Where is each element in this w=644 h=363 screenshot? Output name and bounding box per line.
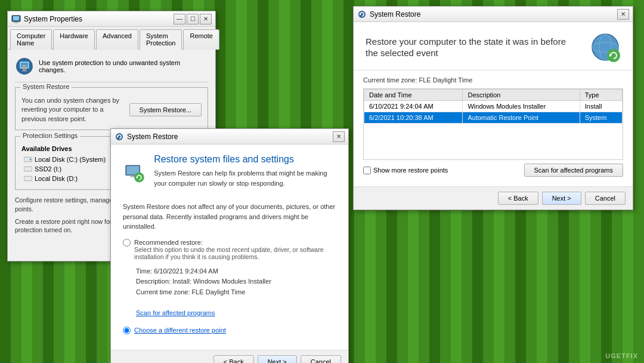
restore-second-icon — [357, 10, 367, 19]
restore-small-content: Restore system files and settings System… — [111, 144, 348, 350]
restore-second-close[interactable]: ✕ — [617, 9, 629, 20]
restore-desc1: System Restore can help fix problems tha… — [154, 168, 336, 188]
protection-settings-label: Protection Settings — [20, 132, 80, 139]
svg-point-25 — [358, 11, 366, 18]
recommended-restore-option: Recommended restore: Select this option … — [123, 239, 336, 260]
restore-second-controls: ✕ — [617, 9, 629, 20]
row1-datetime: 6/10/2021 9:24:04 AM — [364, 101, 463, 112]
drive-icon-ssd2 — [24, 165, 32, 173]
tab-remote[interactable]: Remote — [183, 29, 219, 50]
restore-desc2: System Restore does not affect any of yo… — [123, 202, 336, 232]
drive-icon-c — [24, 156, 32, 163]
scan-affected-button[interactable]: Scan for affected programs — [524, 164, 623, 177]
restore2-header: Restore your computer to the state it wa… — [354, 22, 633, 70]
restore-small-cancel[interactable]: Cancel — [301, 355, 341, 363]
col-type: Type — [580, 90, 622, 101]
restore-logo-icon — [123, 154, 145, 192]
different-restore-option: Choose a different restore point — [123, 327, 336, 334]
system-restore-second-title: System Restore — [370, 10, 617, 19]
tab-advanced[interactable]: Advanced — [96, 29, 138, 50]
svg-rect-1 — [13, 16, 19, 20]
system-properties-titlebar[interactable]: System Properties — ☐ ✕ — [8, 11, 215, 27]
show-more-label: Show more restore points — [373, 167, 448, 174]
col-datetime: Date and Time — [364, 90, 463, 101]
system-restore-small-titlebar[interactable]: System Restore ✕ — [111, 129, 348, 144]
system-properties-icon — [11, 14, 21, 24]
svg-rect-21 — [131, 176, 135, 177]
col-description: Description — [463, 90, 580, 101]
restore2-cancel[interactable]: Cancel — [585, 192, 626, 205]
shield-icon — [15, 57, 34, 76]
recommended-label: Recommended restore: Select this option … — [134, 239, 336, 260]
tab-hardware[interactable]: Hardware — [53, 29, 95, 50]
svg-point-23 — [134, 173, 144, 183]
svg-point-12 — [30, 159, 32, 161]
restore-logo-row: Restore system files and settings System… — [123, 154, 336, 192]
restore-small-text: Restore system files and settings System… — [154, 154, 336, 192]
svg-point-30 — [607, 49, 620, 62]
different-radio[interactable] — [123, 327, 131, 334]
restore-heading: Restore system files and settings — [154, 154, 336, 165]
system-restore-button[interactable]: System Restore... — [129, 103, 202, 116]
row1-description: Windows Modules Installer — [463, 101, 580, 112]
restore2-globe-icon — [590, 32, 621, 63]
drive-d-label: Local Disk (D:) — [35, 175, 78, 182]
restore-small-close[interactable]: ✕ — [333, 131, 345, 142]
system-restore-second-titlebar[interactable]: System Restore ✕ — [354, 7, 633, 22]
restore2-back[interactable]: < Back — [498, 192, 538, 205]
svg-rect-16 — [24, 177, 32, 180]
minimize-button[interactable]: — — [174, 14, 185, 24]
drive-icon-d — [24, 175, 32, 182]
restore-desc-label: Description: Install: Windows Modules In… — [136, 276, 336, 287]
drive-c-label: Local Disk (C:) (System) — [35, 156, 106, 163]
restore-timezone: Current time zone: FLE Daylight Time — [136, 287, 336, 298]
table-row[interactable]: 6/10/2021 9:24:04 AM Windows Modules Ins… — [364, 101, 623, 112]
show-more-row: Show more restore points Scan for affect… — [363, 164, 623, 177]
system-restore-second-window: System Restore ✕ Restore your computer t… — [353, 6, 633, 210]
window-controls: — ☐ ✕ — [174, 14, 212, 24]
row2-description: Automatic Restore Point — [463, 112, 580, 124]
close-button[interactable]: ✕ — [200, 14, 212, 24]
scan-affected-link[interactable]: Scan for affected programs — [136, 309, 215, 316]
restore-small-next[interactable]: Next > — [258, 355, 297, 363]
svg-rect-14 — [24, 167, 32, 171]
restore-small-back[interactable]: < Back — [213, 355, 254, 363]
row2-datetime: 6/2/2021 10:20:38 AM — [364, 112, 463, 124]
show-more-checkbox[interactable] — [363, 167, 371, 174]
svg-point-17 — [116, 133, 123, 140]
restore2-timezone: Current time zone: FLE Daylight Time — [363, 76, 623, 84]
restore2-title: Restore your computer to the state it wa… — [366, 36, 574, 59]
maximize-button[interactable]: ☐ — [187, 14, 199, 24]
restore-small-controls: ✕ — [333, 131, 345, 142]
system-restore-label: System Restore — [20, 83, 72, 90]
restore2-next[interactable]: Next > — [542, 192, 581, 205]
protection-description: Use system protection to undo unwanted s… — [39, 59, 208, 73]
restore-info: Time: 6/10/2021 9:24:04 AM Description: … — [136, 266, 336, 319]
different-label: Choose a different restore point — [134, 327, 226, 334]
svg-rect-9 — [22, 70, 27, 71]
table-row-selected[interactable]: 6/2/2021 10:20:38 AM Automatic Restore P… — [364, 112, 623, 124]
system-restore-small-title: System Restore — [127, 133, 333, 141]
restore2-footer: < Back Next > Cancel — [354, 186, 633, 210]
tab-computer-name[interactable]: Computer Name — [10, 29, 52, 50]
drive-ssd2-label: SSD2 (I:) — [35, 165, 61, 173]
restore-time: Time: 6/10/2021 9:24:04 AM — [136, 266, 336, 277]
row1-type: Install — [580, 101, 622, 112]
restore-table: Date and Time Description Type 6/10/2021… — [364, 89, 623, 124]
system-properties-title: System Properties — [24, 15, 174, 23]
restore-small-footer: < Back Next > Cancel — [111, 350, 348, 363]
system-restore-section: System Restore You can undo system chang… — [15, 87, 208, 130]
row2-type: System — [580, 112, 622, 124]
restore-table-container[interactable]: Date and Time Description Type 6/10/2021… — [363, 88, 623, 160]
tab-system-protection[interactable]: System Protection — [140, 29, 182, 50]
svg-rect-3 — [14, 22, 18, 23]
restore-description: You can undo system changes by reverting… — [21, 96, 123, 124]
svg-rect-2 — [14, 21, 18, 23]
watermark: UGETFIX — [605, 352, 638, 359]
recommended-radio[interactable] — [123, 239, 131, 247]
tab-bar: Computer Name Hardware Advanced System P… — [8, 27, 215, 50]
system-restore-small-window: System Restore ✕ Restore system files an… — [110, 128, 349, 363]
restore2-body: Current time zone: FLE Daylight Time Dat… — [354, 70, 633, 186]
restore-small-icon — [114, 132, 124, 141]
